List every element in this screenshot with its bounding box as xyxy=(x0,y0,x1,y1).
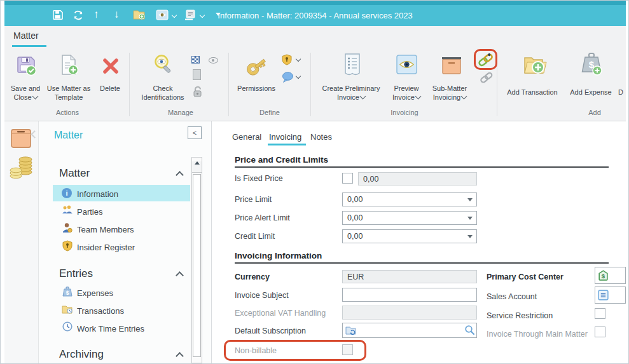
default-subscription-field[interactable] xyxy=(342,323,477,338)
nav-section-archiving[interactable]: Archiving xyxy=(59,348,104,361)
non-billable-label: Non-billable xyxy=(235,346,277,355)
qat-more-icon[interactable] xyxy=(216,13,221,16)
service-restriction-label: Service Restriction xyxy=(487,311,553,320)
use-matter-as-template-button[interactable]: Use Matter as Template xyxy=(45,84,92,102)
svg-text:$: $ xyxy=(602,273,605,280)
link-active-icon[interactable] xyxy=(478,53,494,69)
add-expense-icon: $ xyxy=(579,52,604,80)
sub-matter-invoicing-button[interactable]: Sub-Matter Invoicing xyxy=(425,84,474,102)
create-preliminary-invoice-label: Create Preliminary Invoice xyxy=(322,84,380,101)
chevron-down-icon xyxy=(415,93,421,100)
delete-label: Delete xyxy=(100,84,120,92)
save-and-close-button[interactable]: Save and Close xyxy=(7,84,44,102)
card-icon[interactable] xyxy=(193,69,201,80)
truncated-button[interactable]: D xyxy=(618,88,627,97)
nav-item-parties[interactable]: Parties xyxy=(77,207,102,217)
refresh-icon[interactable] xyxy=(72,9,85,24)
tab-invoicing[interactable]: Invoicing xyxy=(269,132,301,142)
clock-icon xyxy=(62,321,73,334)
preview-invoice-label: Preview Invoice xyxy=(392,84,419,101)
use-matter-as-template-label: Use Matter as Template xyxy=(47,84,90,101)
nav-item-work-time-entries[interactable]: Work Time Entries xyxy=(77,324,144,334)
preview-icon[interactable] xyxy=(156,10,169,23)
account-list-icon[interactable] xyxy=(597,289,609,304)
non-billable-checkbox[interactable] xyxy=(342,344,353,355)
credit-limit-label: Credit Limit xyxy=(235,232,275,241)
section-rule xyxy=(235,262,609,264)
nav-scrollbar[interactable] xyxy=(191,157,202,363)
move-up-icon[interactable]: ↑ xyxy=(93,8,99,21)
scroll-up-button[interactable] xyxy=(192,161,202,173)
nav-item-information-label[interactable]: Information xyxy=(77,189,118,199)
chevron-down-icon[interactable] xyxy=(467,235,473,238)
panel-title: Matter xyxy=(54,130,83,141)
price-limit-combo[interactable]: 0,00 xyxy=(342,192,477,206)
move-down-icon[interactable]: ↓ xyxy=(114,8,120,21)
check-identifications-button[interactable]: Check Identifications xyxy=(135,84,190,102)
weight-icon: $ xyxy=(62,286,73,299)
add-transaction-button[interactable]: Add Transaction xyxy=(502,88,563,97)
save-icon[interactable] xyxy=(52,9,64,24)
add-folder-icon[interactable] xyxy=(133,10,146,23)
invoice-through-main-matter-label: Invoice Through Main Matter xyxy=(487,330,588,339)
nav-item-information[interactable] xyxy=(53,185,190,201)
tab-general[interactable]: General xyxy=(232,132,261,142)
nav-item-insider-register[interactable]: Insider Register xyxy=(77,243,135,252)
cost-center-icon[interactable]: $ xyxy=(597,269,609,284)
invoice-subject-label: Invoice Subject xyxy=(235,291,289,300)
delete-icon xyxy=(100,55,121,79)
shield-icon[interactable] xyxy=(282,54,292,68)
chevron-down-icon[interactable] xyxy=(467,198,473,201)
scrollbar-thumb[interactable] xyxy=(193,174,201,357)
exceptional-vat-field xyxy=(342,306,477,320)
currency-field: EUR xyxy=(342,270,477,283)
search-icon[interactable] xyxy=(464,325,475,338)
tab-notes[interactable]: Notes xyxy=(310,132,332,142)
invoice-subject-field[interactable] xyxy=(342,288,477,302)
preview-invoice-icon xyxy=(396,55,417,77)
ribbon-tab-underline xyxy=(12,45,46,47)
add-transaction-label: Add Transaction xyxy=(507,88,558,96)
price-alert-limit-combo[interactable]: 0,00 xyxy=(342,211,477,225)
shield-icon xyxy=(62,240,73,254)
is-fixed-price-checkbox[interactable] xyxy=(342,173,353,184)
preview-invoice-button[interactable]: Preview Invoice xyxy=(389,84,424,102)
sales-account-label: Sales Account xyxy=(487,292,537,301)
print-icon[interactable] xyxy=(184,9,197,24)
collapse-panel-button[interactable]: < xyxy=(188,126,202,139)
unlock-icon[interactable] xyxy=(192,86,203,100)
permissions-button[interactable]: Permissions xyxy=(232,84,280,93)
service-restriction-checkbox[interactable] xyxy=(595,308,605,319)
group-divider xyxy=(228,53,229,116)
use-template-icon xyxy=(57,53,80,79)
chevron-down-icon xyxy=(32,93,38,100)
price-limit-label: Price Limit xyxy=(235,195,272,204)
person-icon xyxy=(62,222,73,236)
is-fixed-price-label: Is Fixed Price xyxy=(235,174,283,183)
comment-icon[interactable] xyxy=(282,72,294,85)
checkered-flag-icon[interactable] xyxy=(191,56,200,64)
nav-section-entries[interactable]: Entries xyxy=(59,267,93,280)
invoice-through-main-matter-checkbox[interactable] xyxy=(595,327,605,337)
add-expense-button[interactable]: Add Expense xyxy=(564,88,618,97)
link-inactive-icon[interactable] xyxy=(480,72,494,86)
nav-item-expenses[interactable]: Expenses xyxy=(77,288,113,298)
entries-module-icon[interactable] xyxy=(8,154,34,185)
nav-section-matter[interactable]: Matter xyxy=(59,167,90,180)
ribbon-tab-matter[interactable]: Matter xyxy=(13,30,39,41)
create-preliminary-invoice-button[interactable]: Create Preliminary Invoice xyxy=(315,84,387,102)
nav-item-transactions[interactable]: Transactions xyxy=(77,306,124,316)
default-subscription-label: Default Subscription xyxy=(235,327,306,335)
sub-matter-invoicing-label: Sub-Matter Invoicing xyxy=(432,84,467,101)
matter-module-icon[interactable] xyxy=(10,126,32,152)
nav-item-team-members[interactable]: Team Members xyxy=(77,225,134,234)
price-alert-limit-label: Price Alert Limit xyxy=(235,213,290,222)
scroll-up-icon xyxy=(195,161,200,165)
chevron-down-icon[interactable] xyxy=(467,217,473,220)
delete-button[interactable]: Delete xyxy=(93,84,127,93)
group-label-add: Add xyxy=(499,109,629,116)
chevron-down-icon xyxy=(461,93,467,100)
primary-cost-center-label: Primary Cost Center xyxy=(487,273,563,281)
credit-limit-combo[interactable]: 0,00 xyxy=(342,229,477,243)
eye-icon[interactable] xyxy=(209,57,218,64)
